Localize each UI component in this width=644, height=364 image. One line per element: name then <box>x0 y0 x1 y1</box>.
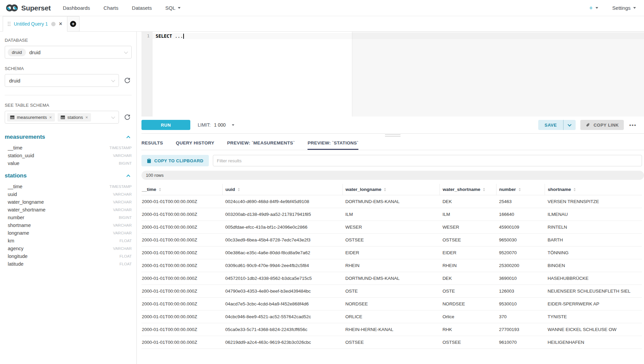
table-schema-select[interactable]: measurements × stations × <box>5 111 119 124</box>
south-tab-label: RESULTS <box>141 140 163 145</box>
nav-item-datasets[interactable]: Datasets <box>132 5 152 11</box>
editor-toolbar: RUN LIMIT: 1 000 SAVE COPY LINK • <box>141 117 644 133</box>
column-header-uuid[interactable]: uuid <box>223 184 343 195</box>
chevron-up-icon[interactable] <box>126 136 130 139</box>
drag-handle-icon[interactable] <box>8 22 10 26</box>
table-cell: BARTH <box>545 234 642 246</box>
results-controls: COPY TO CLIPBOARD <box>141 155 644 166</box>
settings-menu[interactable]: Settings <box>612 5 636 11</box>
copy-to-clipboard-button[interactable]: COPY TO CLIPBOARD <box>141 155 209 166</box>
column-row: __time TIMESTAMP <box>5 144 132 152</box>
caret-down-icon <box>595 7 598 9</box>
table-schema-tag-label: measurements <box>17 115 47 120</box>
editor-margin-area <box>352 32 644 117</box>
column-header-number[interactable]: number <box>496 184 545 195</box>
sql-lab-sidebar: DATABASE druid druid SCHEMA druid <box>0 32 137 364</box>
tab-query-history[interactable]: QUERY HISTORY <box>176 137 214 150</box>
resize-grip[interactable] <box>385 134 400 138</box>
row-count-badge: 100 rows <box>141 171 644 180</box>
table-cell: 2000-01-01T00:00:00.000Z <box>141 298 223 310</box>
save-options-button[interactable] <box>564 120 576 130</box>
column-row: longitude FLOAT <box>5 252 132 260</box>
refresh-tables-button[interactable] <box>123 113 132 122</box>
database-label: DATABASE <box>5 38 132 43</box>
save-button[interactable]: SAVE <box>538 120 563 130</box>
nav-item-label: Datasets <box>132 5 152 11</box>
table-cell: ILM <box>440 208 496 221</box>
superset-logo-icon[interactable] <box>6 4 18 11</box>
schema-select[interactable]: druid <box>5 74 119 87</box>
table-cell: 0309cd61-90c9-470e-99d4-2ee4fb2c5f84 <box>223 259 343 272</box>
filter-results-input[interactable] <box>213 155 642 166</box>
sql-code-line[interactable]: SELECT ... <box>156 33 184 39</box>
database-select[interactable]: druid druid <box>5 46 132 59</box>
copy-link-button[interactable]: COPY LINK <box>580 120 624 130</box>
table-row: 2000-01-01T00:00:00.000Z0309cd61-90c9-47… <box>141 259 642 272</box>
table-cell: 2000-01-01T00:00:00.000Z <box>141 336 223 349</box>
column-name: longitude <box>8 254 28 259</box>
tab-preview-stations[interactable]: PREVIEW: `STATIONS` <box>308 137 358 150</box>
close-icon[interactable]: × <box>59 21 62 27</box>
sort-icon[interactable] <box>519 188 521 191</box>
new-item-dropdown[interactable]: + <box>589 5 598 11</box>
sort-icon[interactable] <box>574 188 576 191</box>
table-row: 2000-01-01T00:00:00.000Z05ca0e33-5c71-43… <box>141 323 642 336</box>
column-name: shortname <box>8 223 31 228</box>
table-cell: ILMENAU <box>545 208 642 221</box>
table-cell: WESER <box>440 221 496 234</box>
chevron-up-icon[interactable] <box>126 174 130 178</box>
table-column-label: uuid <box>225 187 235 192</box>
copy-to-clipboard-label: COPY TO CLIPBOARD <box>154 158 203 163</box>
table-cell: 370 <box>496 310 545 323</box>
column-type: FLOAT <box>120 239 132 243</box>
brand-name[interactable]: Superset <box>21 4 51 12</box>
table-row: 2000-01-01T00:00:00.000Z04cbc946-8ee9-45… <box>141 310 642 323</box>
table-cell: 2000-01-01T00:00:00.000Z <box>141 234 223 246</box>
column-type: VARCHAR <box>113 192 132 196</box>
table-cell: RINTELN <box>545 221 642 234</box>
column-row: uuid VARCHAR <box>5 190 132 198</box>
schema-explorer: measurements __time TIMESTAMP station_uu… <box>5 134 132 268</box>
tab-preview-measurements[interactable]: PREVIEW: `MEASUREMENTS` <box>227 137 295 150</box>
column-header-water_shortname[interactable]: water_shortname <box>440 184 496 195</box>
nav-item-sql[interactable]: SQL <box>165 5 181 11</box>
tab-results[interactable]: RESULTS <box>141 137 163 150</box>
refresh-schema-button[interactable] <box>123 76 132 85</box>
table-cell: WANNE EICKEL SCHLEUSE OW <box>545 323 642 336</box>
add-tab-button[interactable]: + <box>67 16 79 32</box>
column-type: VARCHAR <box>113 208 132 212</box>
column-header-time[interactable]: __time <box>141 184 223 195</box>
sql-editor[interactable]: 1 SELECT ... <box>141 32 644 117</box>
limit-value: 1 000 <box>214 122 226 128</box>
sort-icon[interactable] <box>483 188 485 191</box>
column-header-water_longname[interactable]: water_longname <box>343 184 440 195</box>
query-tab-label: Untitled Query 1 <box>14 21 48 27</box>
column-row: value BIGINT <box>5 159 132 167</box>
column-name: __time <box>8 145 23 151</box>
table-column-label: water_longname <box>346 187 382 192</box>
table-cell: OSTE <box>343 285 440 298</box>
limit-dropdown[interactable]: LIMIT: 1 000 <box>198 122 234 128</box>
table-cell: 2000-01-01T00:00:00.000Z <box>141 259 223 272</box>
more-menu-icon[interactable]: ••• <box>629 122 637 128</box>
nav-item-dashboards[interactable]: Dashboards <box>63 5 90 11</box>
column-row: latitude FLOAT <box>5 260 132 268</box>
active-line-highlight <box>153 33 644 39</box>
table-section-header[interactable]: stations <box>5 172 132 179</box>
column-header-shortname[interactable]: shortname <box>545 184 642 195</box>
table-schema-tag-stations[interactable]: stations × <box>58 113 91 122</box>
remove-table-icon[interactable]: × <box>85 115 88 120</box>
table-section-header[interactable]: measurements <box>5 134 132 140</box>
column-name: agency <box>8 246 24 251</box>
sort-icon[interactable] <box>384 188 386 191</box>
run-button[interactable]: RUN <box>141 120 190 130</box>
query-tab[interactable]: Untitled Query 1 × <box>3 16 67 32</box>
sort-icon[interactable] <box>159 188 161 191</box>
column-row: station_uuid VARCHAR <box>5 152 132 159</box>
sort-icon[interactable] <box>238 188 240 191</box>
table-cell: 04572010-1db2-4338-8562-b3dca5e715c5 <box>223 272 343 285</box>
caret-down-icon <box>178 7 181 9</box>
nav-item-charts[interactable]: Charts <box>103 5 118 11</box>
remove-table-icon[interactable]: × <box>49 115 52 120</box>
table-schema-tag-measurements[interactable]: measurements × <box>7 113 55 122</box>
